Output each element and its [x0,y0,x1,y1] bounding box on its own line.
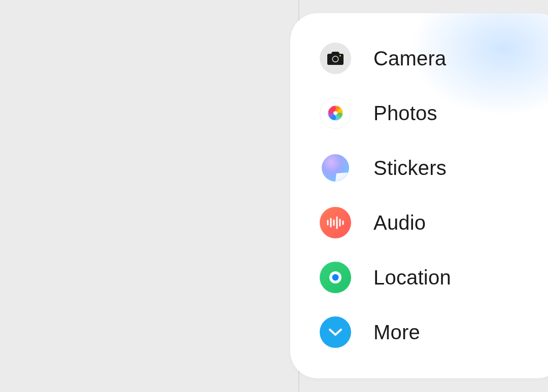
location-icon [320,262,351,293]
menu-item-location[interactable]: Location [320,262,451,293]
svg-point-1 [333,57,338,62]
attachment-menu-panel: Camera Photos [290,13,548,378]
audio-icon [320,207,351,238]
menu-item-camera[interactable]: Camera [320,43,451,74]
menu-item-label: More [373,321,420,344]
attachment-menu: Camera Photos [320,43,451,348]
camera-icon [320,43,351,74]
menu-item-label: Photos [373,102,437,125]
menu-item-label: Camera [373,47,446,70]
menu-item-more[interactable]: More [320,316,451,348]
menu-item-photos[interactable]: Photos [320,97,451,129]
menu-item-audio[interactable]: Audio [320,207,451,238]
chevron-down-icon [320,316,351,348]
stickers-icon [320,152,351,184]
svg-point-19 [332,274,339,281]
menu-item-label: Location [373,266,451,289]
menu-item-stickers[interactable]: Stickers [320,152,451,184]
menu-item-label: Audio [373,211,426,234]
svg-point-11 [322,154,349,182]
svg-point-2 [339,55,341,57]
photos-icon [320,97,351,129]
menu-item-label: Stickers [373,157,447,180]
